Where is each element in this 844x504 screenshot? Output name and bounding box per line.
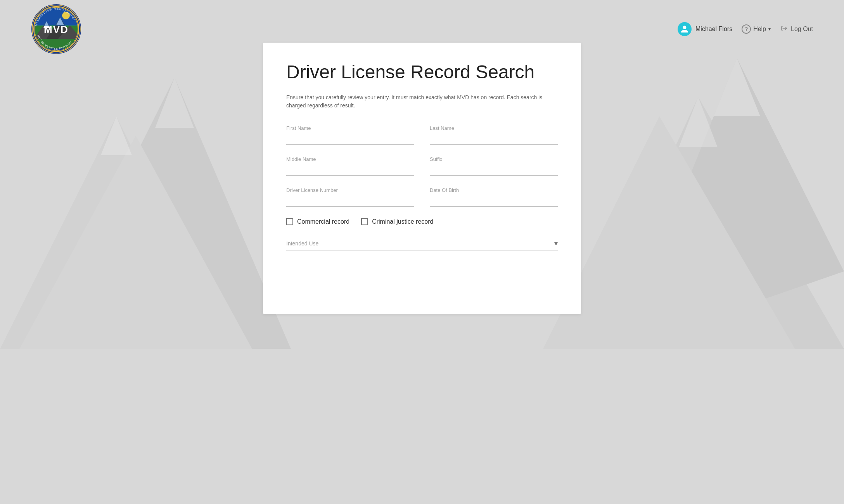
logo: MVD Montana Department of Justice MOTOR …: [31, 4, 81, 54]
logout-button[interactable]: Log Out: [780, 24, 813, 34]
dl-dob-row: Driver License Number Date Of Birth: [286, 187, 558, 207]
suffix-input[interactable]: [430, 164, 558, 176]
user-avatar: [678, 22, 692, 36]
logo-area: MVD Montana Department of Justice MOTOR …: [31, 4, 81, 54]
logout-icon: [780, 24, 788, 34]
last-name-input[interactable]: [430, 133, 558, 145]
first-name-field: First Name: [286, 125, 414, 145]
dropdown-arrow-icon: ▾: [554, 239, 558, 248]
criminal-record-item[interactable]: Criminal justice record: [361, 218, 433, 225]
dl-number-input[interactable]: [286, 195, 414, 207]
search-form: First Name Last Name Middle Name Suffix: [286, 125, 558, 250]
dob-field: Date Of Birth: [430, 187, 558, 207]
name-row: First Name Last Name: [286, 125, 558, 145]
dob-input[interactable]: [430, 195, 558, 207]
middle-name-label: Middle Name: [286, 156, 414, 162]
middle-name-input[interactable]: [286, 164, 414, 176]
criminal-label[interactable]: Criminal justice record: [372, 218, 433, 225]
page-wrapper: MVD Montana Department of Justice MOTOR …: [0, 0, 844, 504]
description: Ensure that you carefully review your en…: [286, 93, 558, 110]
chevron-down-icon: ▾: [768, 26, 771, 32]
checkbox-row: Commercial record Criminal justice recor…: [286, 218, 558, 225]
last-name-label: Last Name: [430, 125, 558, 131]
intended-use-dropdown[interactable]: Intended Use ▾: [286, 237, 558, 250]
nav-right: Michael Flors ? Help ▾ Log Out: [678, 22, 813, 36]
dl-number-field: Driver License Number: [286, 187, 414, 207]
commercial-checkbox[interactable]: [286, 218, 293, 225]
middle-suffix-row: Middle Name Suffix: [286, 156, 558, 176]
user-name: Michael Flors: [695, 26, 732, 33]
page-title: Driver License Record Search: [286, 62, 558, 83]
middle-name-field: Middle Name: [286, 156, 414, 176]
last-name-field: Last Name: [430, 125, 558, 145]
commercial-label[interactable]: Commercial record: [297, 218, 349, 225]
help-label: Help: [753, 26, 766, 33]
dob-label: Date Of Birth: [430, 187, 558, 193]
criminal-checkbox[interactable]: [361, 218, 368, 225]
svg-text:MVD: MVD: [44, 24, 69, 35]
intended-use-label: Intended Use: [286, 240, 318, 247]
suffix-label: Suffix: [430, 156, 558, 162]
help-icon: ?: [742, 24, 751, 34]
user-info[interactable]: Michael Flors: [678, 22, 732, 36]
commercial-record-item[interactable]: Commercial record: [286, 218, 349, 225]
logout-label: Log Out: [791, 26, 813, 33]
dl-number-label: Driver License Number: [286, 187, 414, 193]
first-name-label: First Name: [286, 125, 414, 131]
main-card: Driver License Record Search Ensure that…: [263, 43, 581, 314]
help-button[interactable]: ? Help ▾: [742, 24, 771, 34]
first-name-input[interactable]: [286, 133, 414, 145]
header: MVD Montana Department of Justice MOTOR …: [0, 0, 844, 54]
suffix-field: Suffix: [430, 156, 558, 176]
